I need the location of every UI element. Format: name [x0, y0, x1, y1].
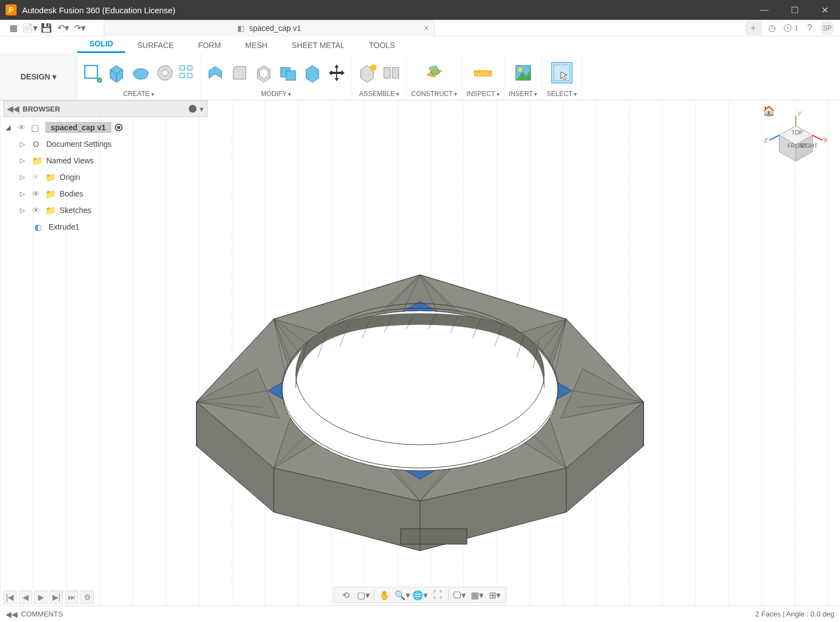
- folder-icon: 📁: [45, 205, 56, 216]
- tab-solid[interactable]: SOLID: [77, 36, 125, 53]
- ribbon-group-label[interactable]: ASSEMBLE: [359, 90, 399, 99]
- model-view[interactable]: [130, 170, 710, 556]
- display-settings-icon[interactable]: 🖵▾: [451, 588, 467, 602]
- timeline: |◀ ◀ ▶ ▶| ⏭ ⚙: [3, 589, 94, 605]
- home-icon[interactable]: 🏠: [763, 105, 775, 117]
- browser-tree: ◢ 👁 ▢ spaced_cap v1 ▷ ⚙ Document Setting…: [3, 117, 208, 237]
- collapse-icon[interactable]: ◀◀: [7, 104, 19, 113]
- insert-icon[interactable]: [513, 62, 534, 83]
- visibility-icon[interactable]: 👁: [18, 123, 28, 132]
- settings-dot-icon[interactable]: [189, 105, 196, 113]
- timeline-play-icon[interactable]: ▶: [34, 591, 47, 604]
- activate-radio-icon[interactable]: [115, 124, 123, 131]
- ribbon-group-label[interactable]: INSERT: [509, 90, 538, 99]
- box-icon[interactable]: [106, 62, 127, 83]
- joint-icon[interactable]: [381, 62, 402, 83]
- comments-label[interactable]: COMMENTS: [21, 610, 63, 618]
- sketch-icon[interactable]: +: [82, 62, 103, 83]
- timeline-end-icon[interactable]: ⏭: [65, 591, 78, 604]
- job-status-button[interactable]: 🕓 1: [783, 21, 799, 35]
- visibility-off-icon[interactable]: 👁: [32, 173, 42, 182]
- save-button[interactable]: 💾: [39, 22, 54, 35]
- tree-item-bodies[interactable]: ▷ 👁 📁 Bodies: [3, 185, 208, 202]
- user-avatar[interactable]: SP: [820, 21, 834, 35]
- jobs-count: 1: [794, 24, 798, 32]
- offset-face-icon[interactable]: [302, 62, 323, 83]
- rectangle-pattern-icon[interactable]: [179, 65, 195, 81]
- tab-sheet-metal[interactable]: SHEET METAL: [280, 38, 357, 53]
- new-tab-button[interactable]: +: [745, 21, 762, 35]
- tab-surface[interactable]: SURFACE: [125, 38, 186, 53]
- collapse-arrow-icon[interactable]: ◢: [6, 124, 14, 131]
- help-button[interactable]: ?: [801, 21, 818, 35]
- tree-root[interactable]: ◢ 👁 ▢ spaced_cap v1: [3, 119, 208, 136]
- new-component-icon[interactable]: [357, 62, 378, 83]
- title-bar: F Autodesk Fusion 360 (Education License…: [0, 0, 840, 20]
- svg-marker-12: [209, 66, 222, 78]
- orbit-icon[interactable]: ⟲: [337, 588, 354, 602]
- tree-item-origin[interactable]: ▷ 👁 📁 Origin: [3, 169, 208, 185]
- timeline-settings-icon[interactable]: ⚙: [81, 591, 94, 604]
- undo-button[interactable]: ↶▾: [55, 22, 71, 35]
- workspace-picker[interactable]: DESIGN ▾: [0, 53, 77, 100]
- viewport-icon[interactable]: ⊞▾: [486, 588, 503, 602]
- move-icon[interactable]: [326, 62, 347, 83]
- browser-header[interactable]: ◀◀ BROWSER ▾: [3, 100, 208, 117]
- zoom-icon[interactable]: 🔍▾: [394, 588, 411, 602]
- ribbon-group-label[interactable]: CONSTRUCT: [411, 90, 457, 99]
- grid-settings-icon[interactable]: ▦▾: [469, 588, 485, 602]
- expand-arrow-icon[interactable]: ▷: [20, 157, 29, 164]
- tree-item-extrude[interactable]: ◐ Extrude1: [3, 219, 208, 235]
- shell-icon[interactable]: [253, 62, 274, 83]
- visibility-icon[interactable]: 👁: [32, 206, 42, 215]
- ribbon-group-label[interactable]: MODIFY: [261, 90, 291, 99]
- visibility-icon[interactable]: 👁: [32, 189, 42, 198]
- chevron-down-icon[interactable]: ▾: [200, 105, 204, 113]
- timeline-start-icon[interactable]: |◀: [3, 591, 17, 604]
- close-button[interactable]: ✕: [810, 0, 840, 20]
- timeline-back-icon[interactable]: ◀: [19, 591, 32, 604]
- tree-item-label: Extrude1: [49, 222, 79, 231]
- hole-icon[interactable]: [155, 62, 176, 83]
- plane-icon[interactable]: [424, 62, 445, 83]
- extensions-button[interactable]: ◷: [764, 21, 780, 35]
- timeline-forward-icon[interactable]: ▶|: [50, 591, 63, 604]
- expand-arrow-icon[interactable]: ▷: [20, 173, 29, 181]
- comments-collapse-icon[interactable]: ◀◀: [6, 610, 18, 619]
- redo-button[interactable]: ↷▾: [72, 22, 87, 35]
- measure-icon[interactable]: [472, 62, 493, 83]
- combine-icon[interactable]: [278, 62, 299, 83]
- tab-form[interactable]: FORM: [186, 38, 233, 53]
- view-cube[interactable]: 🏠 FRONT RIGHT TOP Y X Z: [763, 105, 829, 171]
- orbit2-icon[interactable]: 🌐▾: [412, 588, 428, 602]
- expand-arrow-icon[interactable]: ▷: [20, 140, 29, 148]
- fillet-icon[interactable]: [229, 62, 250, 83]
- press-pull-icon[interactable]: [205, 62, 226, 83]
- document-tab[interactable]: ◧ spaced_cap v1 ×: [104, 20, 435, 36]
- tab-tools[interactable]: TOOLS: [357, 38, 407, 53]
- file-menu-button[interactable]: 📄▾: [22, 22, 38, 35]
- ribbon-group-label[interactable]: CREATE: [123, 90, 154, 99]
- ribbon-group-label[interactable]: INSPECT: [466, 90, 499, 99]
- maximize-button[interactable]: ☐: [779, 0, 810, 20]
- ribbon-group-modify: MODIFY: [200, 53, 352, 100]
- tree-item-document-settings[interactable]: ▷ ⚙ Document Settings: [3, 136, 208, 152]
- minimize-button[interactable]: —: [749, 0, 779, 20]
- revolve-icon[interactable]: [130, 62, 151, 83]
- look-at-icon[interactable]: ▢▾: [355, 588, 371, 602]
- expand-arrow-icon[interactable]: ▷: [20, 206, 29, 214]
- tree-item-sketches[interactable]: ▷ 👁 📁 Sketches: [3, 202, 208, 219]
- tree-item-label: Document Settings: [46, 140, 111, 148]
- pan-icon[interactable]: ✋: [376, 588, 393, 602]
- tree-item-label: Sketches: [60, 206, 92, 215]
- tab-mesh[interactable]: MESH: [233, 38, 279, 53]
- canvas[interactable]: ◀◀ BROWSER ▾ ◢ 👁 ▢ spaced_cap v1 ▷ ⚙ Doc…: [0, 100, 840, 605]
- fit-icon[interactable]: ⛶: [429, 588, 446, 602]
- svg-point-19: [370, 64, 376, 70]
- tab-close-icon[interactable]: ×: [424, 23, 429, 33]
- tree-item-named-views[interactable]: ▷ 📁 Named Views: [3, 152, 208, 169]
- expand-arrow-icon[interactable]: ▷: [20, 190, 29, 198]
- ribbon-group-label[interactable]: SELECT: [546, 90, 576, 99]
- select-icon[interactable]: [551, 62, 572, 83]
- data-panel-button[interactable]: ▦: [6, 22, 21, 35]
